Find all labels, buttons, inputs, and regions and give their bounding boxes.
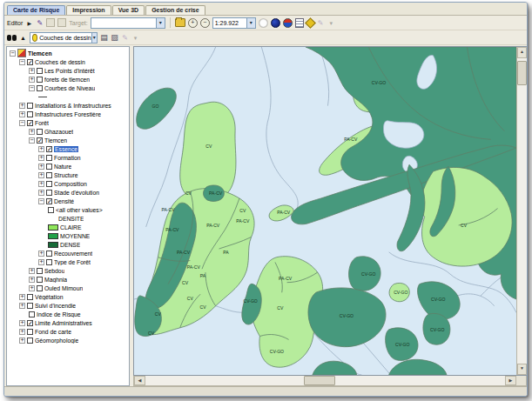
layer-checkbox[interactable]	[27, 338, 33, 344]
scroll-left-icon[interactable]	[134, 376, 145, 385]
toc-row-densit[interactable]: −✓Densité	[7, 197, 129, 205]
layer-combo[interactable]: Couches de dessin ▾	[30, 32, 98, 43]
pencil-icon[interactable]	[36, 19, 44, 27]
collapse-icon[interactable]: −	[29, 137, 35, 144]
scroll-right-icon[interactable]	[505, 376, 516, 385]
layer-checkbox[interactable]	[37, 77, 43, 83]
toc-row-type-de-for-t[interactable]: +Type de Forêt	[7, 257, 129, 266]
layer-checkbox[interactable]	[46, 251, 52, 257]
toc-row-ghazaouet[interactable]: +Ghazaouet	[7, 127, 129, 136]
toc-row-installations-infrastructures[interactable]: +Installations & Infrastructures	[7, 101, 129, 110]
map-canvas[interactable]: GOCVCV-GOPA-CVCVPA-CVPA-CVCVPA-CVPA-CVPA…	[134, 47, 516, 375]
horizontal-scrollbar[interactable]	[133, 376, 527, 386]
toc-row-nature[interactable]: +Nature	[7, 162, 129, 170]
toc-row-v-g-tation[interactable]: +Végétation	[7, 292, 129, 301]
expand-icon[interactable]: +	[38, 181, 44, 187]
toc-row-moyenne[interactable]: MOYENNE	[7, 231, 129, 240]
pan-icon[interactable]	[259, 18, 268, 28]
toc-row-formation[interactable]: +Formation	[7, 153, 129, 162]
toc-row-essence[interactable]: +✓Essence	[7, 144, 129, 153]
toc-row-limite-administratives[interactable]: +✓Limite Administratives	[7, 318, 129, 327]
layer-checkbox[interactable]	[46, 172, 52, 178]
layer-checkbox[interactable]	[29, 311, 35, 317]
layer-checkbox[interactable]	[27, 111, 33, 117]
person-icon[interactable]	[283, 18, 293, 28]
sketch-arrow-icon[interactable]	[25, 19, 33, 27]
toc-row-symbol[interactable]	[7, 92, 129, 101]
expand-icon[interactable]: +	[19, 329, 25, 335]
layer-checkbox[interactable]: ✓	[27, 120, 33, 126]
collapse-icon[interactable]: −	[29, 85, 35, 91]
toc-row-infrastructures-foresti-re[interactable]: +Infrastructures Forestière	[7, 110, 129, 118]
tab-impression[interactable]: Impression	[66, 5, 111, 15]
toc-row-forets-de-tlemcen[interactable]: +forets de tlemcen	[7, 75, 129, 84]
layer-checkbox[interactable]	[48, 207, 54, 213]
vertical-scrollbar[interactable]	[516, 47, 527, 375]
expand-icon[interactable]: +	[19, 111, 25, 117]
toc-row-suivi-d-incendie[interactable]: +Suivi d'incendie	[7, 301, 129, 310]
layer-checkbox[interactable]	[46, 164, 52, 170]
collapse-icon[interactable]: −	[10, 50, 16, 57]
expand-icon[interactable]: +	[29, 77, 35, 83]
expand-icon[interactable]: +	[29, 129, 35, 135]
globe-icon[interactable]	[271, 18, 280, 28]
toc-row-courbes-de-niveau[interactable]: −Courbes de Niveau	[7, 84, 129, 92]
layer-checkbox[interactable]	[27, 294, 33, 300]
notebook-icon[interactable]	[295, 18, 304, 28]
expand-icon[interactable]: +	[38, 259, 44, 265]
expand-icon[interactable]: +	[29, 277, 35, 283]
toc-row-couches-de-dessin[interactable]: −✓Couches de dessin	[7, 57, 129, 66]
toc-row-g-omorphologie[interactable]: +Géomorphologie	[7, 336, 129, 344]
layer-checkbox[interactable]	[46, 155, 52, 161]
layer-checkbox[interactable]	[27, 103, 33, 109]
zoom-out-icon[interactable]: −	[200, 18, 210, 28]
chevron-down-icon[interactable]: ▾	[246, 18, 255, 28]
scale-combo[interactable]: 1:29.922▾	[212, 17, 256, 29]
expand-icon[interactable]: +	[38, 251, 44, 257]
layer-checkbox[interactable]	[37, 129, 43, 135]
layer-checkbox[interactable]	[46, 259, 52, 265]
tab-vue-3d[interactable]: Vue 3D	[112, 5, 145, 15]
tools-diamond-icon[interactable]	[305, 17, 316, 29]
layer-checkbox[interactable]	[46, 190, 52, 196]
chevron-down-icon[interactable]: ▾	[156, 18, 165, 28]
vscroll-track[interactable]	[517, 58, 527, 364]
toc-row-composition[interactable]: +Composition	[7, 179, 129, 188]
layer-checkbox[interactable]	[27, 329, 33, 335]
toc-row-ouled-mimoun[interactable]: +Ouled Mimoun	[7, 284, 129, 292]
layer-checkbox[interactable]	[37, 268, 43, 274]
hscroll-track[interactable]	[145, 376, 505, 385]
layer-checkbox[interactable]: ✓	[46, 146, 52, 152]
toc-row-maghnia[interactable]: +Maghnia	[7, 275, 129, 284]
expand-icon[interactable]: +	[38, 172, 44, 178]
toc-row-for-t[interactable]: −✓Forêt	[7, 118, 129, 127]
expand-icon[interactable]: +	[19, 338, 25, 344]
toc-row-les-points-d-int-r-t[interactable]: +Les Points d'intérêt	[7, 66, 129, 75]
layer-checkbox[interactable]	[37, 285, 43, 291]
layer-checkbox[interactable]: ✓	[46, 198, 52, 204]
expand-icon[interactable]: +	[38, 190, 44, 196]
scroll-down-icon[interactable]	[517, 364, 527, 375]
layer-checkbox[interactable]: ✓	[37, 137, 43, 144]
layer-checkbox[interactable]	[37, 277, 43, 283]
layer-checkbox[interactable]: ✓	[27, 59, 33, 65]
layer-checkbox[interactable]	[27, 303, 33, 309]
zoom-in-icon[interactable]: +	[188, 18, 198, 28]
target-combo[interactable]: ▾	[91, 17, 165, 29]
expand-icon[interactable]: +	[29, 268, 35, 274]
expand-icon[interactable]: +	[19, 103, 25, 109]
expand-icon[interactable]: +	[29, 285, 35, 291]
layer-checkbox[interactable]: ✓	[27, 320, 33, 326]
open-folder-icon[interactable]	[175, 18, 185, 27]
collapse-icon[interactable]: −	[19, 59, 25, 65]
print-icon[interactable]	[100, 34, 108, 42]
expand-icon[interactable]: +	[38, 155, 44, 161]
collapse-icon[interactable]: −	[38, 198, 44, 204]
toc-row-tlemcen[interactable]: −Tlemcen	[7, 49, 129, 57]
toc-row-recouvrement[interactable]: +Recouvrement	[7, 249, 129, 257]
chevron-down-icon[interactable]: ▾	[91, 33, 97, 43]
expand-icon[interactable]: +	[29, 68, 35, 74]
toc-row-tlemcen[interactable]: −✓Tlemcen	[7, 136, 129, 144]
expand-icon[interactable]: +	[38, 164, 44, 170]
editor-menu-button[interactable]: Editor	[7, 20, 23, 26]
